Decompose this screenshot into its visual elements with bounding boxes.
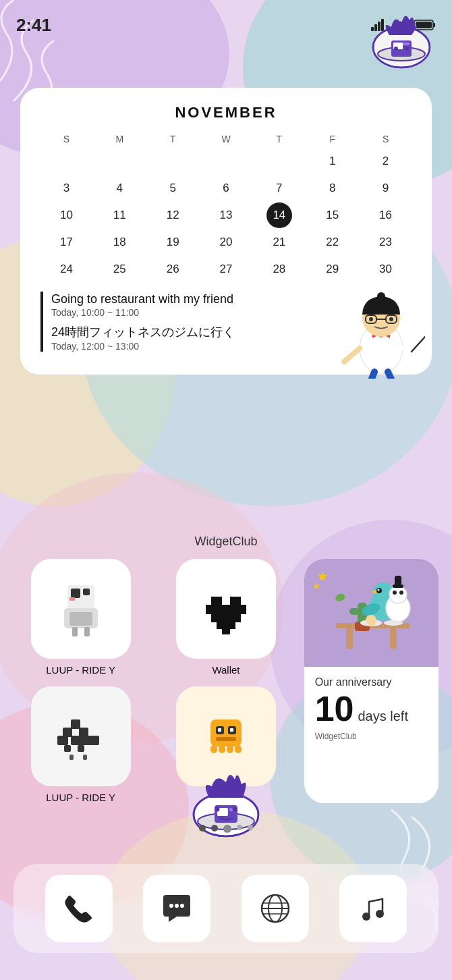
cal-empty [200,148,252,174]
cal-day-29[interactable]: 29 [324,258,340,281]
cal-day-27[interactable]: 27 [219,258,234,281]
day-header-w: W [200,131,252,147]
cal-day-8[interactable]: 8 [328,177,337,200]
svg-line-38 [388,372,393,379]
status-time: 2:41 [16,15,51,36]
cal-day-16[interactable]: 16 [378,204,393,227]
cal-day-1[interactable]: 1 [328,150,337,173]
cal-day-25[interactable]: 25 [112,258,128,281]
svg-rect-81 [78,745,84,752]
svg-point-105 [180,904,184,908]
svg-point-67 [389,586,407,603]
page-dot-1[interactable] [199,825,206,832]
cal-empty [40,148,92,174]
svg-rect-94 [235,745,242,753]
svg-point-101 [215,807,220,812]
svg-point-112 [376,910,384,918]
cal-day-23[interactable]: 23 [378,231,393,254]
svg-rect-83 [69,755,74,760]
day-header-m: M [94,131,146,147]
svg-rect-52 [217,622,235,629]
svg-rect-78 [57,736,68,745]
dock-safari[interactable] [242,875,309,942]
dock-music[interactable] [339,875,407,942]
luup-label: LUUP - RIDE Y [46,664,115,676]
cal-day-26[interactable]: 26 [165,258,181,281]
cal-day-22[interactable]: 22 [324,231,340,254]
cal-day-21[interactable]: 21 [271,231,287,254]
svg-rect-53 [222,629,230,634]
cal-day-2[interactable]: 2 [381,150,390,173]
page-dot-4[interactable] [237,825,242,830]
svg-point-70 [393,591,397,595]
svg-rect-55 [346,628,353,649]
mascot-bottom [182,761,270,848]
cal-day-11[interactable]: 11 [112,204,128,227]
cal-day-30[interactable]: 30 [378,258,393,281]
calendar-grid: S M T W T F S 1 2 3 4 5 6 7 8 9 10 11 12… [40,131,412,282]
svg-rect-80 [64,745,71,752]
svg-point-33 [389,317,393,321]
svg-rect-45 [69,612,92,626]
svg-rect-90 [216,737,236,741]
svg-rect-82 [88,736,99,745]
svg-rect-47 [84,627,90,636]
cal-day-19[interactable]: 19 [165,231,181,254]
svg-point-111 [362,913,370,921]
cal-day-18[interactable]: 18 [112,231,128,254]
svg-point-74 [384,620,403,626]
cal-day-20[interactable]: 20 [219,231,234,254]
anniversary-days-label: days left [358,709,408,724]
day-header-t1: T [147,131,199,147]
wallet-icon-img[interactable] [176,559,276,659]
dock-phone[interactable] [45,875,113,942]
svg-point-71 [399,591,403,595]
cal-day-5[interactable]: 5 [168,177,177,200]
svg-point-103 [169,904,173,908]
svg-rect-79 [71,736,91,745]
svg-rect-75 [71,719,80,729]
cal-day-3[interactable]: 3 [62,177,71,200]
day-header-s1: S [40,131,92,147]
luup-icon-img[interactable] [31,559,131,659]
cal-day-24[interactable]: 24 [59,258,74,281]
weather-icon-img[interactable] [31,686,131,786]
svg-rect-93 [227,745,233,753]
cal-day-12[interactable]: 12 [165,204,181,227]
anniversary-widget[interactable]: ★ ★ [304,559,439,803]
svg-rect-56 [390,628,397,649]
app-wallet[interactable]: Wallet [159,559,293,676]
svg-rect-92 [219,745,225,753]
cal-day-17[interactable]: 17 [59,231,74,254]
cal-day-9[interactable]: 9 [381,177,390,200]
svg-rect-91 [210,745,217,753]
calendar-character [337,284,425,381]
cal-day-14-today[interactable]: 14 [266,202,292,228]
svg-point-64 [377,589,379,591]
app-luup[interactable]: LUUP - RIDE Y [13,559,148,676]
page-dot-5[interactable] [248,825,253,830]
cal-day-13[interactable]: 13 [219,204,234,227]
anniversary-days-number: 10 [315,691,354,726]
cal-empty [253,148,305,174]
svg-rect-89 [230,728,233,732]
cal-day-15[interactable]: 15 [324,204,340,227]
svg-rect-85 [210,719,242,746]
day-header-t2: T [253,131,305,147]
page-dot-3[interactable] [223,825,231,833]
svg-rect-84 [83,755,87,760]
wallet-label: Wallet [212,664,239,676]
cal-day-4[interactable]: 4 [115,177,124,200]
page-dot-2[interactable] [211,825,218,832]
svg-rect-69 [395,576,401,585]
svg-rect-50 [206,605,246,614]
weather-label: LUUP - RIDE Y [46,792,115,803]
svg-rect-59 [335,593,346,602]
anniversary-info: Our anniversary 10 days left WidgetClub [304,667,439,803]
cal-day-10[interactable]: 10 [59,204,74,227]
dock-messages[interactable] [143,875,210,942]
cal-day-7[interactable]: 7 [275,177,283,200]
cal-day-6[interactable]: 6 [221,177,230,200]
app-weather[interactable]: LUUP - RIDE Y [13,686,148,803]
cal-day-28[interactable]: 28 [271,258,287,281]
